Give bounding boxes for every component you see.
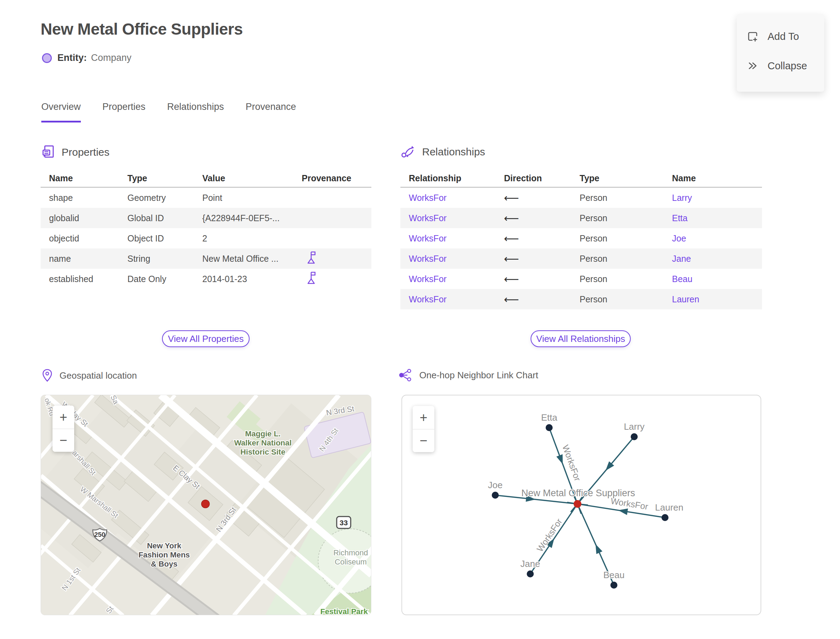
related-entity-type: Person [580,254,672,264]
geospatial-map[interactable]: 250 33 ok RdW Clay StSaN 3rd StN 4th StM… [41,395,371,615]
tab-properties[interactable]: Properties [103,102,146,122]
map-pin-icon [42,369,52,382]
map-canvas[interactable]: 250 33 ok RdW Clay StSaN 3rd StN 4th StM… [41,395,371,615]
column-header: Provenance [302,173,371,183]
edge-arrowhead [557,454,563,464]
column-header: Value [202,173,302,183]
property-type: Global ID [127,213,202,223]
relationship-direction: ⟵ [504,192,580,204]
map-zoom-in-button[interactable]: + [52,405,74,429]
view-all-properties-button[interactable]: View All Properties [162,331,250,347]
related-entity-link[interactable]: Etta [672,213,762,223]
related-entity-type: Person [580,294,672,304]
relationship-type-link[interactable]: WorksFor [409,254,504,264]
link-chart-icon [398,369,412,381]
relationship-type-link[interactable]: WorksFor [409,193,504,203]
related-entity-link[interactable]: Larry [672,193,762,203]
node-label: Lauren [655,502,684,513]
provenance-icon[interactable] [307,271,317,285]
collapse-icon [746,60,759,72]
map-zoom-out-button[interactable]: − [52,429,74,452]
column-header: Name [672,173,762,183]
add-to-icon [746,30,759,42]
property-row-established: establishedDate Only2014-01-23 [41,269,371,289]
entity-location-dot[interactable] [202,500,210,508]
relationship-direction: ⟵ [504,253,580,265]
node-label: Jane [520,558,540,569]
tab-provenance[interactable]: Provenance [246,102,296,122]
link-chart[interactable]: WorksForWorksForWorksForEttaLarryJoeLaur… [401,395,761,615]
node-etta[interactable] [546,424,553,431]
relationship-row-lauren: WorksFor⟵PersonLauren [400,289,762,309]
view-all-relationships-button[interactable]: View All Relationships [531,331,631,347]
node-label: Larry [624,421,644,432]
node-beau[interactable] [610,582,617,589]
entity-subtitle: Entity: Company [42,52,132,64]
node-center[interactable] [574,500,581,508]
properties-icon [42,145,55,160]
column-header: Relationship [409,173,504,183]
relationship-direction: ⟵ [504,232,580,245]
add-to-button[interactable]: Add To [746,25,824,48]
edge-label: WorksFor [561,443,583,482]
property-type: Geometry [127,193,202,203]
chart-zoom-in-button[interactable]: + [413,406,434,429]
node-lauren[interactable] [662,514,668,521]
relationship-type-link[interactable]: WorksFor [409,294,504,304]
provenance-icon[interactable] [307,251,317,264]
property-name: shape [49,193,127,203]
map-label: Festival Park [320,607,368,615]
collapse-button[interactable]: Collapse [746,55,824,77]
relationship-row-joe: WorksFor⟵PersonJoe [400,228,762,248]
node-joe[interactable] [492,492,499,499]
edge-label: WorksFor [535,517,564,553]
property-value: 2 [202,234,302,243]
relationship-row-beau: WorksFor⟵PersonBeau [400,269,762,289]
property-type: Date Only [127,274,202,284]
relationship-direction: ⟵ [504,273,580,285]
node-label: Joe [488,480,503,490]
link-chart-canvas[interactable]: WorksForWorksForWorksForEttaLarryJoeLaur… [402,396,760,615]
relationship-type-link[interactable]: WorksFor [409,234,504,243]
relationship-type-link[interactable]: WorksFor [409,213,504,223]
column-header: Type [580,173,672,183]
node-label: Etta [541,412,558,423]
property-name: established [49,274,127,284]
relationships-table-header: RelationshipDirectionTypeName [400,169,762,188]
relationship-row-jane: WorksFor⟵PersonJane [400,248,762,269]
tab-relationships[interactable]: Relationships [167,102,224,122]
property-type: Object ID [127,234,202,243]
tab-bar: OverviewPropertiesRelationshipsProvenanc… [41,102,296,122]
related-entity-link[interactable]: Joe [672,234,762,243]
property-value: {A228944F-0EF5-... [202,213,302,223]
property-row-globalid: globalidGlobal ID{A228944F-0EF5-... [41,208,371,228]
property-type: String [127,254,202,264]
geospatial-section-header: Geospatial location [42,369,137,382]
entity-type-icon [42,53,52,63]
related-entity-link[interactable]: Lauren [672,294,762,304]
property-row-objectid: objectidObject ID2 [41,228,371,248]
relationships-section-header: Relationships [401,145,485,159]
related-entity-link[interactable]: Jane [672,254,762,264]
relationship-type-link[interactable]: WorksFor [409,274,504,284]
properties-table-header: NameTypeValueProvenance [41,169,371,188]
edge-arrowhead [618,509,628,515]
property-row-shape: shapeGeometryPoint [41,188,371,208]
related-entity-link[interactable]: Beau [672,274,762,284]
edge-arrowhead [595,544,602,554]
node-larry[interactable] [631,433,638,440]
properties-section-header: Properties [42,145,110,160]
column-header: Type [127,173,202,183]
link-chart-section-header: One-hop Neighbor Link Chart [398,369,538,381]
center-node-label: New Metal Office Suppliers [521,488,635,498]
node-jane[interactable] [527,571,534,577]
chart-zoom-out-button[interactable]: − [413,429,434,452]
property-name: globalid [49,213,127,223]
related-entity-type: Person [580,213,672,223]
svg-text:33: 33 [339,519,348,527]
related-entity-type: Person [580,274,672,284]
property-value: 2014-01-23 [202,274,302,284]
entity-label: Entity: [57,52,87,64]
tab-overview[interactable]: Overview [41,102,81,122]
column-header: Name [49,173,127,183]
